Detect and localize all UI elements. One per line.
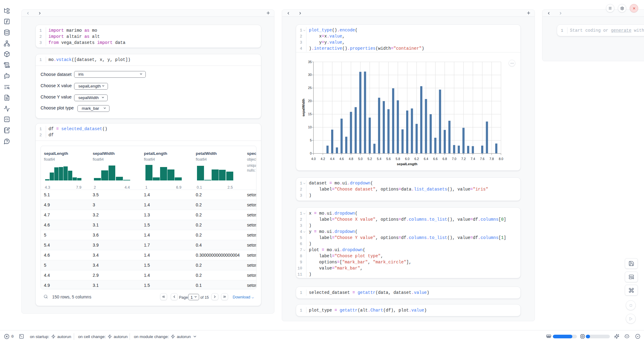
svg-text:5: 5: [310, 138, 312, 142]
svg-text:sepalLength: sepalLength: [397, 162, 417, 166]
svg-text:5.6: 5.6: [386, 157, 391, 161]
svg-text:7.4: 7.4: [470, 157, 475, 161]
svg-text:15: 15: [308, 112, 312, 116]
svg-text:7.0: 7.0: [452, 157, 456, 161]
svg-text:6.0: 6.0: [405, 157, 410, 161]
svg-text:5.2: 5.2: [367, 157, 372, 161]
svg-text:6.8: 6.8: [442, 157, 447, 161]
svg-text:10: 10: [308, 125, 312, 129]
svg-text:30: 30: [308, 73, 312, 77]
svg-text:35: 35: [308, 60, 312, 64]
svg-text:25: 25: [308, 86, 312, 90]
svg-text:5.8: 5.8: [395, 157, 400, 161]
svg-text:5.4: 5.4: [377, 157, 381, 161]
svg-text:6.4: 6.4: [424, 157, 428, 161]
svg-text:sepalWidth: sepalWidth: [302, 98, 305, 116]
svg-text:5.0: 5.0: [358, 157, 363, 161]
svg-text:4.8: 4.8: [349, 157, 353, 161]
svg-text:4.6: 4.6: [339, 157, 344, 161]
svg-text:4.0: 4.0: [311, 157, 316, 161]
svg-text:7.8: 7.8: [489, 157, 494, 161]
svg-text:8.0: 8.0: [499, 157, 503, 161]
svg-text:4.2: 4.2: [320, 157, 325, 161]
svg-text:4.4: 4.4: [330, 157, 335, 161]
svg-text:7.2: 7.2: [461, 157, 466, 161]
svg-text:7.6: 7.6: [480, 157, 485, 161]
svg-text:6.6: 6.6: [433, 157, 438, 161]
svg-text:0: 0: [310, 151, 312, 155]
svg-text:20: 20: [308, 99, 312, 103]
svg-text:6.2: 6.2: [414, 157, 419, 161]
